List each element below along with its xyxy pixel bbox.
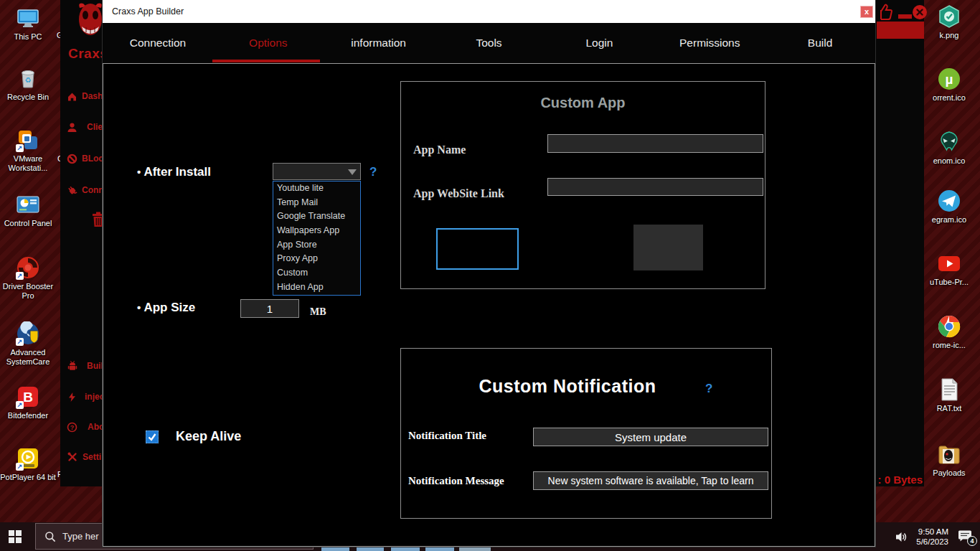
dropdown-option[interactable]: Youtube lite <box>273 182 360 196</box>
utorrent-icon: µ <box>937 67 961 91</box>
desktop-icon-recycle-bin[interactable]: ♻ Recycle Bin <box>0 66 56 102</box>
bg-red-banner <box>877 22 924 39</box>
hidden-window-fragment <box>357 547 384 551</box>
tab-build[interactable]: Build <box>765 23 875 63</box>
app-size-label: App Size <box>137 301 195 315</box>
desktop-icon-bitdefender[interactable]: B Bitdefender <box>0 385 56 420</box>
driver-booster-icon <box>16 255 40 280</box>
recycle-bin-icon: ♻ <box>16 66 40 90</box>
android-icon <box>67 360 78 372</box>
app-icon-drop-zone[interactable] <box>436 228 519 270</box>
app-icon-preview-box[interactable] <box>633 225 703 270</box>
desktop-icon-potplayer[interactable]: PotPlayer 64 bit <box>0 446 56 482</box>
tab-connection[interactable]: Connection <box>103 23 213 63</box>
svg-text:µ: µ <box>946 72 953 87</box>
notification-title-input[interactable] <box>533 428 768 446</box>
desktop-icon-utorrent[interactable]: µ orrent.ico <box>921 67 977 103</box>
dropdown-option[interactable]: Custom <box>273 266 360 281</box>
desktop-icon-vmware[interactable]: VMware Workstati... <box>0 128 56 173</box>
app-size-unit: MB <box>310 306 326 318</box>
custom-app-panel: Custom App App Name App WebSite Link <box>400 81 765 289</box>
sidebar-item-clients[interactable]: Clie <box>67 121 108 133</box>
notification-message-input[interactable] <box>533 471 768 490</box>
app-name-label: App Name <box>413 143 466 156</box>
desktop-icon-venom[interactable]: enom.ico <box>921 130 977 166</box>
desktop-icon-control-panel[interactable]: Control Panel <box>0 192 56 228</box>
svg-text:♻: ♻ <box>25 76 32 84</box>
lightning-icon <box>67 392 77 402</box>
text-file-icon <box>937 377 961 402</box>
desktop-icon-payloads-folder[interactable]: Payloads <box>921 442 977 478</box>
app-name-input[interactable] <box>547 134 763 153</box>
bg-minimize-button[interactable] <box>898 14 912 19</box>
after-install-label: After Install <box>137 165 211 179</box>
control-panel-icon <box>16 192 40 217</box>
taskbar-clock[interactable]: 9:50 AM 5/6/2023 <box>916 527 948 547</box>
window-close-button[interactable]: x <box>860 6 873 18</box>
speaker-icon[interactable] <box>895 532 908 542</box>
sidebar-item-about[interactable]: ? Abo <box>67 420 108 433</box>
start-button[interactable] <box>9 530 23 543</box>
sidebar-item-inject[interactable]: injec <box>67 390 108 403</box>
block-icon <box>67 154 77 164</box>
home-icon <box>67 91 77 102</box>
app-size-input[interactable] <box>240 299 299 318</box>
desktop-icon-telegram[interactable]: egram.ico <box>921 189 977 225</box>
svg-text:B: B <box>23 390 33 405</box>
dropdown-option[interactable]: Proxy App <box>273 252 360 266</box>
app-website-label: App WebSite Link <box>413 187 504 200</box>
advanced-systemcare-icon <box>16 321 40 346</box>
close-x-icon <box>916 9 923 16</box>
craxs-app-builder-window: Craxs App Builder x Connection Options i… <box>103 0 875 547</box>
venom-mask-icon <box>937 130 961 154</box>
sidebar-item-block[interactable]: BLoc <box>67 152 108 165</box>
craxs-demon-logo-icon <box>76 1 105 41</box>
window-titlebar[interactable]: Craxs App Builder <box>103 0 875 23</box>
dropdown-option[interactable]: Google Translate <box>273 209 360 224</box>
chevron-down-icon <box>348 169 357 175</box>
bg-close-button[interactable] <box>913 5 927 19</box>
tab-permissions[interactable]: Permissions <box>654 23 765 63</box>
app-website-input[interactable] <box>547 178 763 196</box>
youtube-icon <box>937 251 961 276</box>
desktop-icon-label: This PC <box>0 32 56 42</box>
tab-tools[interactable]: Tools <box>434 23 545 63</box>
dropdown-option[interactable]: App Store <box>273 238 360 253</box>
tray-date: 5/6/2023 <box>916 537 948 547</box>
tab-options[interactable]: Options <box>213 23 324 63</box>
chrome-icon <box>937 314 961 339</box>
desktop-icon-rat-txt[interactable]: RAT.txt <box>921 377 977 413</box>
tray-time: 9:50 AM <box>916 527 948 537</box>
windows-logo-icon <box>9 530 14 536</box>
notification-help-icon[interactable]: ? <box>705 382 712 396</box>
keep-alive-checkbox[interactable] <box>146 430 159 443</box>
notification-message-label: Notification Message <box>408 475 504 487</box>
desktop: { "desktop": { "left_icons": [ {"name": … <box>0 0 980 551</box>
desktop-icon-k-png[interactable]: k.png <box>921 4 977 40</box>
hidden-window-fragment <box>459 547 491 551</box>
desktop-icon-youtube[interactable]: uTube-Pr... <box>921 251 977 287</box>
sidebar-item-connection[interactable]: Conne <box>67 184 108 197</box>
desktop-icon-driver-booster[interactable]: Driver Booster Pro <box>0 255 56 301</box>
after-install-dropdown[interactable] <box>273 163 361 180</box>
kaspersky-shield-icon <box>937 4 961 29</box>
tab-login[interactable]: Login <box>544 23 654 63</box>
folder-icon <box>937 442 961 466</box>
system-tray: 9:50 AM 5/6/2023 4 <box>895 522 974 551</box>
sidebar-item-dashboard[interactable]: Dashb <box>67 90 108 103</box>
desktop-icon-this-pc[interactable]: This PC <box>0 6 56 42</box>
tab-information[interactable]: information <box>324 23 434 63</box>
desktop-icon-advanced-systemcare[interactable]: Advanced SystemCare <box>0 321 56 367</box>
after-install-help-icon[interactable]: ? <box>369 165 377 179</box>
window-title: Craxs App Builder <box>103 6 184 17</box>
action-center-button[interactable]: 4 <box>957 529 974 544</box>
dropdown-option[interactable]: Hidden App <box>273 281 360 295</box>
keep-alive-label: Keep Alive <box>176 429 241 444</box>
search-icon <box>44 531 56 542</box>
search-placeholder: Type her <box>62 531 99 542</box>
hidden-window-fragment <box>391 547 420 551</box>
desktop-icon-chrome[interactable]: rome-ic... <box>921 314 977 350</box>
dropdown-option[interactable]: Wallpapers App <box>273 224 360 238</box>
options-page: After Install ? Youtube lite Temp Mail G… <box>103 63 875 547</box>
dropdown-option[interactable]: Temp Mail <box>273 196 360 210</box>
